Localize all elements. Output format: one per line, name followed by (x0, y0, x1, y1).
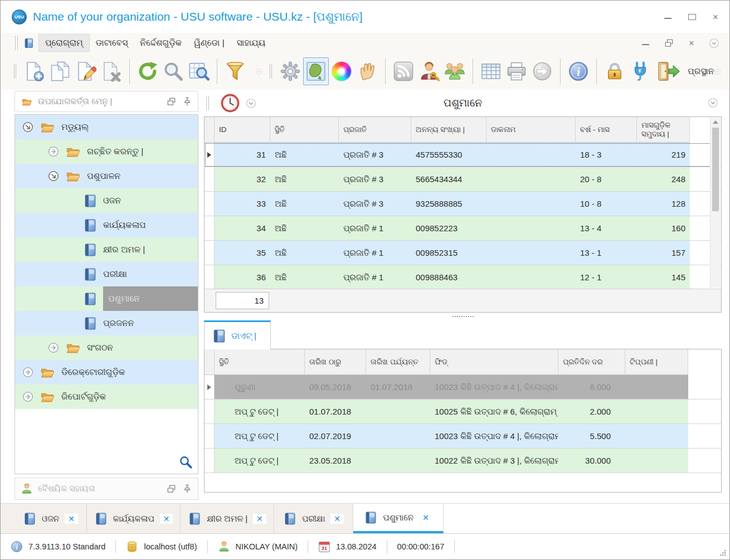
edit-record-button[interactable] (73, 57, 99, 85)
doc-tab-animals-active[interactable]: ପଶୁମାନେ ✕ (353, 504, 444, 533)
tab-diet[interactable]: ଡାଏଟ୍ | (204, 320, 271, 349)
table-row[interactable]: 32 ଅଛି ପ୍ରଜାତି # 3 5665434344 20 - 8 248 (205, 167, 721, 192)
info-button[interactable] (566, 57, 591, 85)
table-row[interactable]: ଅପ୍ ଟୁ ଡେଟ୍ | 02.07.2019 10023 କିଛି ଉତ୍ପ… (205, 424, 721, 449)
doc-tab-milk-yield[interactable]: କ୍ଷୀର ଅମଳ | ✕ (181, 504, 274, 533)
table-row[interactable]: 31 ଅଛି ପ୍ରଜାତି # 3 4575555330 18 - 3 219 (205, 143, 721, 167)
collapse-arrow-icon[interactable] (22, 121, 34, 133)
expand-arrow-icon[interactable] (47, 342, 60, 354)
expand-arrow-icon[interactable] (22, 366, 34, 378)
toolbar-right-overflow-chevron-icon[interactable] (714, 66, 721, 77)
table-row[interactable]: 36 ଅଛି ପ୍ରଜାତି # 1 009888463 12 - 1 145 (205, 265, 721, 290)
mdi-close-button[interactable]: × (689, 38, 694, 48)
hand-move-button[interactable] (354, 57, 380, 85)
exit-button[interactable] (653, 57, 684, 85)
close-button[interactable]: × (713, 12, 718, 22)
tree-item-organization[interactable]: ସଂଗଠନ (15, 335, 198, 360)
tab-close-icon[interactable]: ✕ (330, 514, 344, 524)
map-button[interactable] (303, 57, 329, 85)
delete-record-button[interactable] (99, 57, 124, 85)
timer-clock-icon[interactable] (220, 93, 240, 113)
menu-item-program[interactable]: ପ୍ରୋଗ୍ରାମ୍ (38, 34, 90, 52)
sidebar-restore-icon[interactable] (166, 96, 177, 107)
go-forward-button[interactable] (529, 57, 555, 85)
menu-item-help[interactable]: ସାହାଯ୍ୟ (231, 35, 272, 51)
support-pin-icon[interactable] (182, 484, 192, 494)
user-permissions-button[interactable] (416, 57, 442, 85)
toolbar2-drag-handle[interactable] (270, 64, 272, 79)
color-scheme-button[interactable] (329, 57, 354, 85)
tab-close-icon[interactable]: ✕ (65, 514, 78, 524)
table-row[interactable]: ଅପ୍ ଟୁ ଡେଟ୍ | 23.05.2018 10022 କିଛି ଉତ୍ପ… (205, 449, 721, 473)
column-header-note[interactable]: ଟିପ୍ପଣୀ | (625, 349, 688, 375)
panel-splitter[interactable] (204, 313, 722, 320)
column-header-year-month[interactable]: ବର୍ଷ - ମାସ (576, 117, 637, 143)
expand-arrow-icon[interactable] (22, 391, 34, 403)
maximize-button[interactable] (688, 14, 696, 20)
tree-item-directories[interactable]: ଡିରେକ୍ଟୋରୀଗୁଡ଼ିକ (15, 360, 198, 384)
column-header-status[interactable]: ସ୍ଥିତି (270, 117, 339, 143)
tree-item-animals-selected[interactable]: ପଶୁମାନେ (15, 286, 198, 311)
menubar-drag-handle[interactable] (15, 36, 18, 50)
tree-item-examination[interactable]: ପରୀକ୍ଷା (15, 262, 198, 286)
tree-item-modules[interactable]: ମଡ୍ୟୁଲ୍ (15, 115, 198, 139)
column-header-status[interactable]: ସ୍ଥିତି (215, 349, 305, 375)
table-row[interactable]: 35 ଅଛି ପ୍ରଜାତି # 1 009852315 13 - 1 157 (205, 241, 721, 265)
menu-item-commands[interactable]: ନିର୍ଦ୍ଦେଶଗୁଡ଼ିକ (134, 35, 188, 51)
toolbar-overflow-chevron-icon[interactable] (256, 66, 262, 77)
tree-item-animal-husbandry[interactable]: ପଶୁପାଳନ (15, 164, 198, 188)
tree-item-activity[interactable]: କାର୍ଯ୍ୟକଳାପ (15, 213, 198, 237)
column-header-nickname[interactable]: ଡାକନାମ (486, 117, 576, 143)
exit-button-label[interactable]: ପ୍ରସ୍ଥାନ (688, 66, 714, 76)
refresh-button[interactable] (135, 57, 160, 85)
main-toolbar-drag-handle[interactable] (206, 96, 209, 110)
technical-support-bar[interactable]: ବୈଷୟିକ ସହାୟତା (14, 478, 198, 500)
lock-button[interactable] (602, 57, 627, 85)
tab-close-icon[interactable]: ✕ (253, 514, 266, 524)
menubar-overflow-chevron-icon[interactable] (709, 38, 719, 48)
column-header-unique-number[interactable]: ଅନନ୍ୟ ସଂଖ୍ୟା | (411, 117, 486, 143)
connection-button[interactable] (627, 57, 653, 85)
column-header-date-from[interactable]: ତାରିଖ ଠାରୁ (305, 349, 366, 375)
table-row[interactable]: ପୁରୁଣା 09.05.2018 01.07.2018 10023 କିଛି … (205, 375, 721, 400)
copy-record-button[interactable] (47, 57, 73, 85)
mdi-minimize-button[interactable] (642, 41, 649, 45)
column-header-species[interactable]: ପ୍ରଜାତି (339, 117, 411, 143)
search-table-button[interactable] (186, 57, 212, 85)
tree-item-breeding[interactable]: ପ୍ରଜନନ (15, 311, 198, 335)
minimize-button[interactable] (664, 14, 671, 19)
support-restore-icon[interactable] (166, 484, 177, 494)
expand-arrow-icon[interactable] (47, 145, 60, 158)
news-feed-button[interactable] (391, 57, 416, 85)
scrollbar-thumb[interactable] (712, 128, 719, 211)
settings-button[interactable] (278, 57, 303, 85)
table-view-button[interactable] (478, 57, 504, 85)
main-toolbar-chevron-icon[interactable] (246, 98, 256, 109)
main-right-chevron-icon[interactable] (708, 98, 718, 108)
table-row[interactable]: 34 ଅଛି ପ୍ରଜାତି # 1 009852223 13 - 4 160 (205, 216, 721, 241)
tree-search-icon[interactable] (178, 455, 193, 469)
sidebar-pin-icon[interactable] (182, 96, 192, 107)
column-header-id[interactable]: ID (215, 117, 270, 143)
menu-item-database[interactable]: ଡାଟାବେସ୍ (90, 35, 134, 51)
filter-button[interactable] (222, 57, 248, 85)
column-header-feed[interactable]: ଫିଡ୍ (430, 349, 558, 375)
menu-item-window[interactable]: ୱିଣ୍ଡୋ | (188, 35, 231, 51)
resize-grip[interactable] (719, 549, 727, 557)
vertical-scrollbar[interactable] (710, 118, 721, 288)
scrollbar-up-arrow[interactable] (710, 118, 721, 126)
search-button[interactable] (160, 57, 186, 85)
tree-item-save[interactable]: ଗଚ୍ଛିତ କରନ୍ତୁ | (15, 139, 198, 164)
mdi-restore-button[interactable] (664, 38, 674, 48)
print-button[interactable] (504, 57, 529, 85)
tab-close-icon[interactable]: ✕ (419, 513, 432, 523)
column-header-months-total[interactable]: ମାସଗୁଡ଼ିକ ସମୁଦାୟ | (637, 117, 690, 143)
tree-item-weight[interactable]: ଓଜନ (15, 188, 198, 213)
table-row[interactable]: 33 ଅଛି ପ୍ରଜାତି # 3 9325888885 10 - 8 128 (205, 192, 721, 216)
column-header-rate-per-day[interactable]: ପ୍ରତିଦିନ ଦର (558, 349, 625, 375)
users-button[interactable] (442, 57, 468, 85)
new-record-button[interactable] (22, 57, 47, 85)
collapse-arrow-icon[interactable] (47, 170, 60, 182)
table-row[interactable]: ଅପ୍ ଟୁ ଡେଟ୍ | 01.07.2018 10025 କିଛି ଉତ୍ପ… (205, 400, 721, 424)
tab-close-icon[interactable]: ✕ (160, 514, 173, 524)
